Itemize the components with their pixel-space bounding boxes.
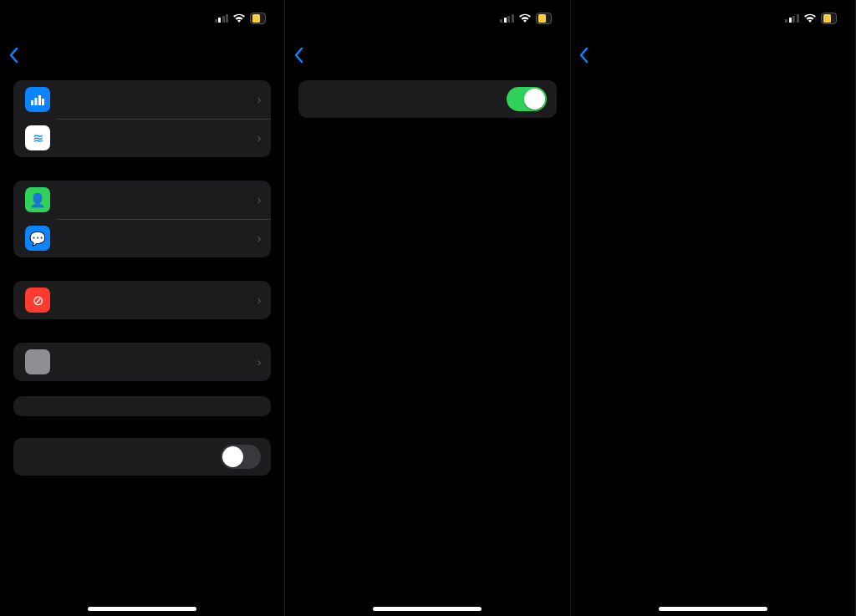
chevron-right-icon: › <box>257 131 262 145</box>
communication-safety-icon: 💬 <box>25 226 50 251</box>
nav-header <box>285 37 569 74</box>
row-screen-distance[interactable]: ≋ › <box>13 119 271 157</box>
restrictions-toggle[interactable] <box>507 87 547 111</box>
section-communication: 👤 › 💬 › <box>13 181 271 257</box>
section-restrictions: ⊘ › <box>13 281 271 319</box>
status-bar <box>571 0 855 37</box>
row-master-toggle[interactable] <box>298 80 556 118</box>
chevron-left-icon <box>8 47 18 64</box>
battery-icon <box>821 13 837 24</box>
row-content-privacy-restrictions[interactable]: ⊘ › <box>13 281 271 319</box>
lock-footer <box>13 416 271 423</box>
communication-limits-icon: 👤 <box>25 187 50 212</box>
section-activity: › ≋ › <box>13 80 271 157</box>
row-family-member[interactable]: › <box>13 343 271 381</box>
battery-icon <box>536 13 552 24</box>
section-header-restrictions <box>13 257 271 281</box>
section-header-communication <box>13 157 271 181</box>
svg-rect-3 <box>42 99 44 105</box>
section-family: › <box>13 343 271 381</box>
avatar <box>25 349 50 374</box>
section-header-privacy <box>298 133 556 156</box>
chevron-right-icon: › <box>257 293 262 307</box>
chevron-right-icon: › <box>257 355 262 369</box>
row-app-website-activity[interactable]: › <box>13 80 271 119</box>
status-bar <box>0 0 284 37</box>
chevron-right-icon: › <box>257 193 262 206</box>
chevron-left-icon <box>579 47 589 64</box>
nav-header <box>571 37 855 74</box>
wifi-icon <box>803 13 817 23</box>
cellular-icon <box>500 14 514 23</box>
restrictions-icon: ⊘ <box>25 288 50 313</box>
svg-rect-2 <box>38 95 41 105</box>
home-indicator[interactable] <box>659 607 767 611</box>
section-header-family <box>13 319 271 343</box>
section-lock <box>13 396 271 416</box>
battery-icon <box>250 13 266 24</box>
back-button[interactable] <box>579 47 591 64</box>
chevron-left-icon <box>293 47 303 64</box>
back-button[interactable] <box>293 47 305 64</box>
status-bar <box>285 0 569 37</box>
section-master-toggle <box>298 80 556 118</box>
svg-rect-0 <box>31 100 33 105</box>
section-share <box>13 438 271 476</box>
back-button[interactable] <box>8 47 20 64</box>
lock-screen-time-button[interactable] <box>13 396 271 416</box>
row-communication-limits[interactable]: 👤 › <box>13 181 271 219</box>
wifi-icon <box>232 13 246 23</box>
chevron-right-icon: › <box>257 232 262 245</box>
home-indicator[interactable] <box>88 607 196 611</box>
chevron-right-icon: › <box>257 93 262 106</box>
cellular-icon <box>785 14 799 23</box>
row-communication-safety[interactable]: 💬 › <box>13 219 271 257</box>
svg-rect-1 <box>35 98 38 105</box>
nav-header <box>0 37 284 74</box>
share-toggle[interactable] <box>221 445 261 469</box>
page-description <box>584 74 842 85</box>
cellular-icon <box>215 14 229 23</box>
activity-icon <box>25 87 50 112</box>
row-share-across-devices[interactable] <box>13 438 271 476</box>
wifi-icon <box>518 13 532 23</box>
share-footer <box>13 476 271 482</box>
home-indicator[interactable] <box>373 607 482 611</box>
screen-distance-icon: ≋ <box>25 125 50 150</box>
